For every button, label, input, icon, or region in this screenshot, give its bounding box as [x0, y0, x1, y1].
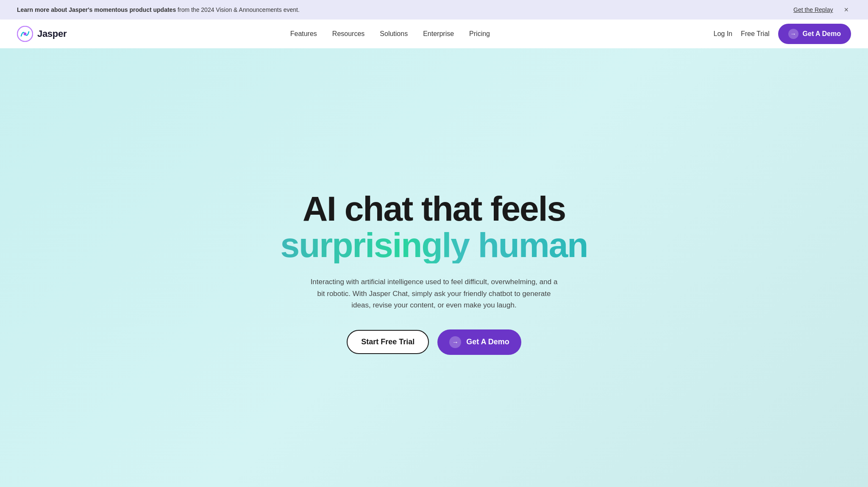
hero-get-demo-button[interactable]: → Get A Demo	[437, 329, 521, 355]
hero-description: Interacting with artificial intelligence…	[307, 276, 561, 311]
nav-get-demo-button[interactable]: → Get A Demo	[778, 24, 851, 44]
nav-link-solutions[interactable]: Solutions	[380, 30, 408, 38]
close-banner-button[interactable]: ×	[841, 5, 851, 14]
nav-demo-label: Get A Demo	[803, 30, 841, 38]
jasper-logo-icon	[17, 26, 33, 42]
nav-demo-arrow-icon: →	[788, 29, 798, 39]
banner-regular-text: from the 2024 Vision & Announcements eve…	[178, 6, 300, 13]
logo-link[interactable]: Jasper	[17, 26, 67, 42]
banner-text: Learn more about Jasper's momentous prod…	[17, 6, 793, 13]
nav-link-pricing[interactable]: Pricing	[469, 30, 490, 38]
free-trial-link[interactable]: Free Trial	[741, 30, 770, 38]
login-link[interactable]: Log In	[714, 30, 732, 38]
nav-link-enterprise[interactable]: Enterprise	[423, 30, 454, 38]
hero-title-line1: AI chat that feels	[303, 189, 565, 228]
announcement-banner: Learn more about Jasper's momentous prod…	[0, 0, 868, 19]
hero-title: AI chat that feels surprisingly human	[281, 191, 588, 276]
nav-actions: Log In Free Trial → Get A Demo	[714, 24, 851, 44]
nav-link-resources[interactable]: Resources	[332, 30, 364, 38]
nav-links: Features Resources Solutions Enterprise …	[290, 30, 490, 38]
svg-point-1	[24, 33, 27, 36]
hero-demo-arrow-icon: →	[449, 336, 461, 348]
hero-buttons: Start Free Trial → Get A Demo	[347, 329, 521, 355]
logo-text: Jasper	[37, 28, 67, 39]
nav-link-features[interactable]: Features	[290, 30, 317, 38]
hero-demo-label: Get A Demo	[466, 338, 509, 346]
banner-bold-text: Learn more about Jasper's momentous prod…	[17, 6, 176, 13]
banner-right: Get the Replay ×	[793, 5, 851, 14]
get-replay-link[interactable]: Get the Replay	[793, 6, 833, 13]
main-nav: Jasper Features Resources Solutions Ente…	[0, 19, 868, 48]
start-free-trial-button[interactable]: Start Free Trial	[347, 330, 429, 354]
hero-section: AI chat that feels surprisingly human In…	[0, 48, 868, 487]
hero-title-line2: surprisingly human	[281, 227, 588, 263]
